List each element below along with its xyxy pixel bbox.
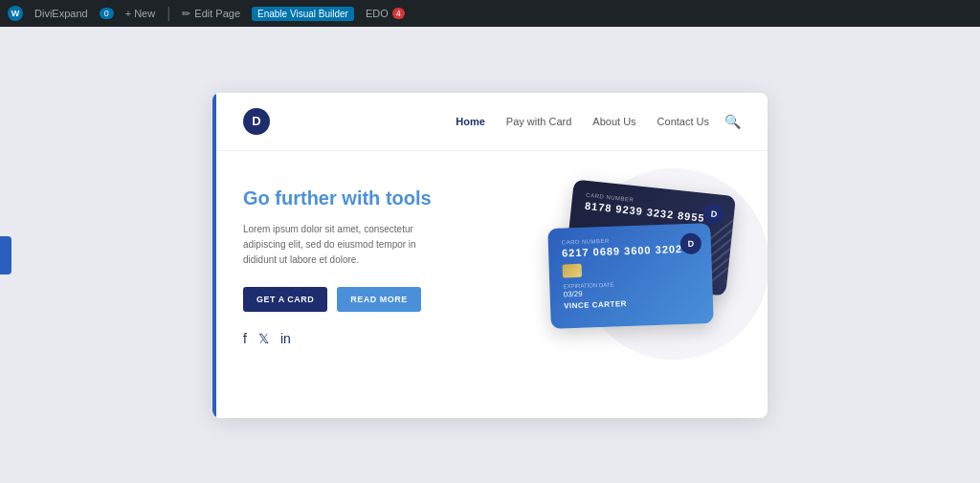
- hero-left: Go further with tools Lorem ipsum dolor …: [243, 178, 511, 395]
- hero-section: Go further with tools Lorem ipsum dolor …: [212, 151, 768, 418]
- read-more-button[interactable]: READ MORE: [337, 287, 421, 312]
- nav-about[interactable]: About Us: [592, 116, 635, 127]
- diviexpand-menu[interactable]: DiviExpand: [34, 8, 88, 19]
- left-handle[interactable]: [0, 236, 11, 274]
- hero-heading: Go further with tools: [243, 186, 511, 210]
- social-icons: f 𝕏 in: [243, 331, 511, 346]
- card-chip-icon: [563, 263, 582, 277]
- wp-logo-icon[interactable]: W: [8, 6, 23, 21]
- site-preview: D Home Pay with Card About Us Contact Us…: [212, 93, 768, 418]
- nav-pay-card[interactable]: Pay with Card: [506, 116, 571, 127]
- admin-bar: W DiviExpand 0 + New | ✏ Edit Page Enabl…: [0, 0, 980, 27]
- comments-count[interactable]: 0: [100, 8, 114, 19]
- nav-links: Home Pay with Card About Us Contact Us: [456, 116, 709, 127]
- edo-menu[interactable]: EDO 4: [366, 8, 405, 19]
- facebook-icon[interactable]: f: [243, 331, 247, 346]
- hero-right: D CARD NUMBER 8178 9239 3232 8955 D CARD…: [530, 178, 741, 395]
- search-icon[interactable]: 🔍: [724, 114, 741, 129]
- site-nav: D Home Pay with Card About Us Contact Us…: [212, 93, 768, 151]
- new-menu[interactable]: + New: [125, 8, 156, 19]
- hero-body-text: Lorem ipsum dolor sit amet, consectetur …: [243, 222, 434, 268]
- hero-buttons: GET A CARD READ MORE: [243, 287, 511, 312]
- twitter-icon[interactable]: 𝕏: [258, 331, 269, 346]
- edit-page-link[interactable]: ✏ Edit Page: [182, 8, 240, 20]
- blue-credit-card: D CARD NUMBER 6217 0689 3600 3202 EXPIRA…: [547, 223, 714, 329]
- linkedin-icon[interactable]: in: [280, 331, 291, 346]
- page-wrapper: D Home Pay with Card About Us Contact Us…: [0, 27, 980, 483]
- blue-card-name: VINCE CARTER: [564, 296, 700, 310]
- nav-logo[interactable]: D: [243, 108, 270, 135]
- nav-contact[interactable]: Contact Us: [657, 116, 709, 127]
- visual-builder-button[interactable]: Enable Visual Builder: [252, 7, 354, 21]
- blue-card-logo: D: [679, 232, 702, 254]
- nav-home[interactable]: Home: [456, 116, 485, 127]
- get-card-button[interactable]: GET A CARD: [243, 287, 327, 312]
